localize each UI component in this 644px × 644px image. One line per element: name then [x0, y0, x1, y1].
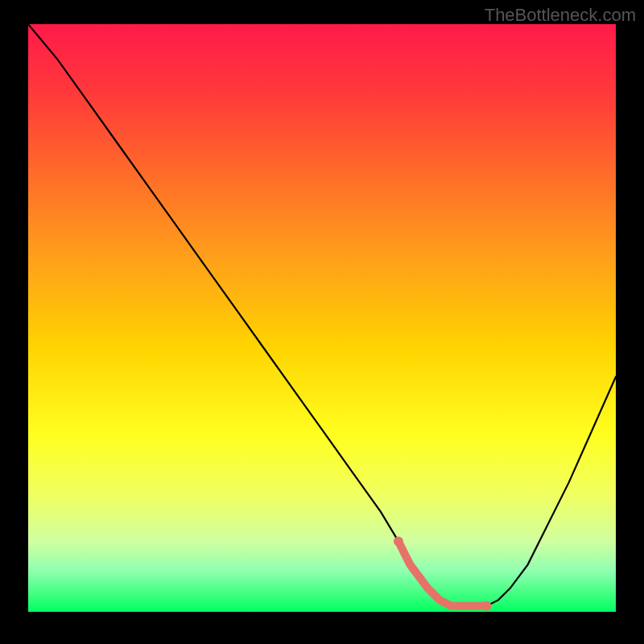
highlight-dot-left — [394, 536, 403, 546]
chart-svg — [28, 24, 616, 612]
highlight-segment — [398, 541, 487, 605]
highlight-dot-right — [481, 601, 491, 611]
chart-gradient-area — [28, 24, 616, 612]
curve-line — [28, 24, 616, 606]
watermark-text: TheBottleneck.com — [485, 5, 636, 26]
